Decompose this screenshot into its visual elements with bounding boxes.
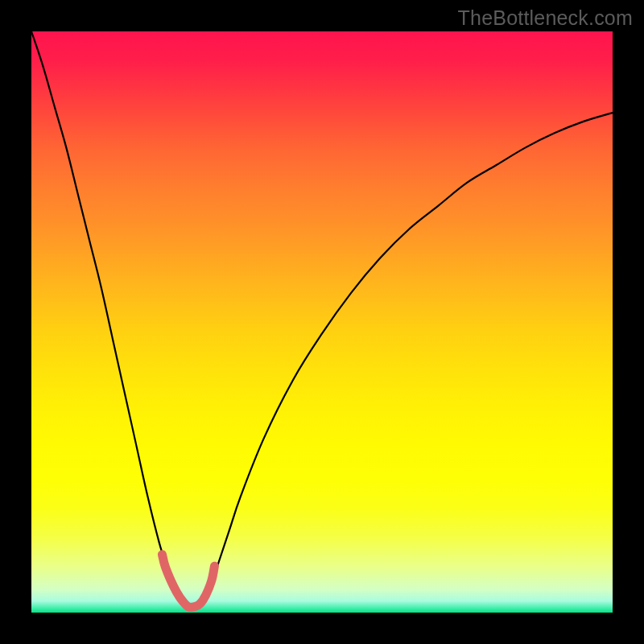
highlight-segment (162, 555, 214, 608)
plot-area (31, 31, 613, 613)
bottleneck-curve (31, 31, 613, 608)
curve-layer (31, 31, 613, 613)
chart-frame: TheBottleneck.com (0, 0, 644, 644)
watermark-text: TheBottleneck.com (458, 6, 633, 30)
